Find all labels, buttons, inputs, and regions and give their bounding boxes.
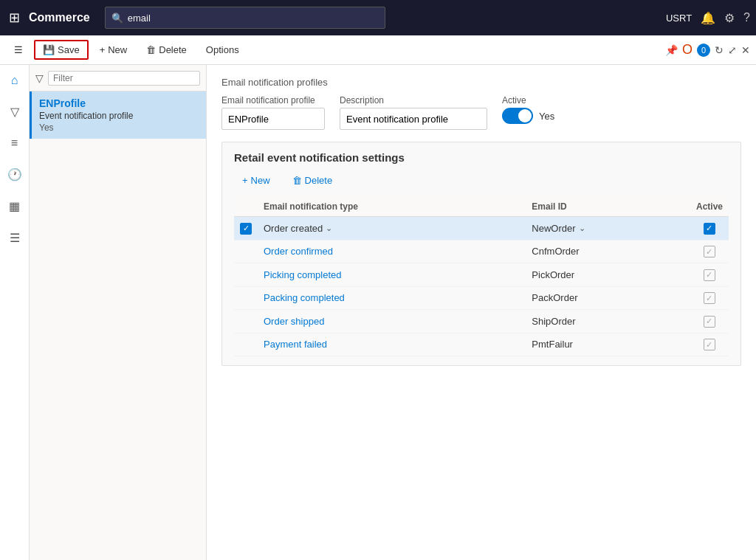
row-type[interactable]: Picking completed bbox=[258, 263, 526, 287]
row-email-id[interactable]: NewOrder⌄ bbox=[526, 217, 690, 241]
save-button[interactable]: 💾 Save bbox=[34, 40, 89, 60]
col-type: Email notification type bbox=[258, 197, 526, 217]
table-row[interactable]: Order confirmedCnfmOrder✓ bbox=[234, 240, 729, 263]
sub-delete-button[interactable]: 🗑 Delete bbox=[284, 171, 341, 190]
row-type[interactable]: Order created⌄ bbox=[258, 217, 526, 241]
section-title: Email notification profiles bbox=[221, 77, 741, 88]
description-input[interactable] bbox=[340, 108, 487, 130]
active-yes-label: Yes bbox=[539, 111, 554, 122]
row-email-id[interactable]: PickOrder bbox=[526, 263, 690, 287]
col-active: Active bbox=[690, 197, 729, 217]
row-email-value: NewOrder bbox=[532, 223, 575, 234]
profile-input[interactable] bbox=[221, 108, 325, 130]
checked-icon: ✓ bbox=[240, 223, 252, 235]
delete-label: Delete bbox=[159, 44, 187, 55]
sidebar-icons: ⌂ ▽ ≡ 🕐 ▦ ☰ bbox=[0, 65, 30, 560]
row-checkbox[interactable] bbox=[234, 240, 258, 263]
table-body: ✓Order created⌄NewOrder⌄✓Order confirmed… bbox=[234, 217, 729, 356]
refresh-icon[interactable]: ↻ bbox=[715, 44, 724, 56]
profile-label: Email notification profile bbox=[221, 95, 325, 106]
dropdown-arrow-icon: ⌄ bbox=[326, 224, 332, 233]
list-panel-toolbar: ▽ bbox=[30, 65, 206, 91]
close-icon[interactable]: ✕ bbox=[741, 44, 750, 56]
delete-toolbar-button[interactable]: 🗑 Delete bbox=[138, 41, 195, 59]
row-active[interactable]: ✓ bbox=[690, 240, 729, 263]
row-type[interactable]: Order shipped bbox=[258, 310, 526, 333]
row-email-id[interactable]: CnfmOrder bbox=[526, 240, 690, 263]
list-item-subtitle: Event notification profile bbox=[39, 111, 199, 121]
sub-new-label: New bbox=[251, 175, 270, 186]
row-type[interactable]: Payment failed bbox=[258, 333, 526, 356]
sub-new-plus-icon: + bbox=[242, 175, 248, 186]
sidebar-table-icon[interactable]: ▦ bbox=[6, 196, 23, 216]
top-nav-right: USRT 🔔 ⚙ ? bbox=[666, 11, 750, 25]
office-icon[interactable]: O bbox=[682, 42, 693, 58]
active-checked-icon: ✓ bbox=[704, 223, 715, 235]
row-checkbox[interactable]: ✓ bbox=[234, 217, 258, 241]
email-dropdown-arrow-icon: ⌄ bbox=[579, 224, 585, 233]
row-type[interactable]: Packing completed bbox=[258, 286, 526, 310]
global-search-box: 🔍 bbox=[105, 7, 385, 29]
user-label: USRT bbox=[666, 13, 692, 24]
row-type-link[interactable]: Order created bbox=[264, 223, 323, 234]
pin-icon[interactable]: 📌 bbox=[665, 44, 678, 56]
row-type[interactable]: Order confirmed bbox=[258, 240, 526, 263]
sidebar-list-icon[interactable]: ≡ bbox=[8, 134, 21, 153]
sub-delete-icon: 🗑 bbox=[292, 175, 302, 186]
active-field: Active Yes bbox=[502, 95, 554, 124]
row-active[interactable]: ✓ bbox=[690, 263, 729, 287]
table-row[interactable]: Order shippedShipOrder✓ bbox=[234, 310, 729, 333]
form-row: Email notification profile Description A… bbox=[221, 95, 741, 130]
popout-icon[interactable]: ⤢ bbox=[728, 44, 737, 56]
row-email-id[interactable]: PmtFailur bbox=[526, 333, 690, 356]
active-unchecked-icon: ✓ bbox=[704, 339, 715, 350]
save-label: Save bbox=[58, 44, 80, 55]
active-toggle[interactable] bbox=[502, 108, 533, 124]
sub-toolbar: + New 🗑 Delete bbox=[234, 171, 729, 190]
notification-badge[interactable]: 0 bbox=[697, 44, 710, 57]
bell-icon[interactable]: 🔔 bbox=[701, 11, 715, 25]
help-icon[interactable]: ? bbox=[743, 11, 750, 24]
row-checkbox[interactable] bbox=[234, 263, 258, 287]
filter-icon[interactable]: ▽ bbox=[35, 72, 44, 84]
detail-panel: Email notification profiles Email notifi… bbox=[207, 65, 756, 560]
row-email-id[interactable]: ShipOrder bbox=[526, 310, 690, 333]
row-checkbox[interactable] bbox=[234, 286, 258, 310]
list-item[interactable]: ENProfile Event notification profile Yes bbox=[30, 91, 206, 139]
app-grid-icon[interactable]: ⊞ bbox=[6, 7, 23, 29]
table-row[interactable]: Payment failedPmtFailur✓ bbox=[234, 333, 729, 356]
active-unchecked-icon: ✓ bbox=[704, 246, 715, 257]
sidebar-history-icon[interactable]: 🕐 bbox=[4, 165, 25, 184]
list-item-name: ENProfile bbox=[39, 97, 199, 109]
row-email-id[interactable]: PackOrder bbox=[526, 286, 690, 310]
sidebar-menu-icon[interactable]: ☰ bbox=[7, 228, 23, 248]
sidebar-home-icon[interactable]: ⌂ bbox=[8, 71, 21, 90]
search-input[interactable] bbox=[128, 13, 379, 24]
hamburger-button[interactable]: ☰ bbox=[6, 41, 31, 59]
main-layout: ⌂ ▽ ≡ 🕐 ▦ ☰ ▽ ENProfile Event notificati… bbox=[0, 65, 756, 560]
row-active[interactable]: ✓ bbox=[690, 217, 729, 241]
list-panel: ▽ ENProfile Event notification profile Y… bbox=[30, 65, 207, 560]
row-checkbox[interactable] bbox=[234, 333, 258, 356]
new-toolbar-button[interactable]: + New bbox=[92, 41, 136, 59]
row-checkbox[interactable] bbox=[234, 310, 258, 333]
filter-input[interactable] bbox=[53, 73, 195, 83]
row-active[interactable]: ✓ bbox=[690, 333, 729, 356]
col-check bbox=[234, 197, 258, 217]
table-head: Email notification type Email ID Active bbox=[234, 197, 729, 217]
sub-new-button[interactable]: + New bbox=[234, 171, 278, 190]
filter-input-wrap bbox=[48, 71, 200, 86]
table-row[interactable]: Packing completedPackOrder✓ bbox=[234, 286, 729, 310]
sub-section: Retail event notification settings + New… bbox=[221, 142, 741, 366]
table-row[interactable]: ✓Order created⌄NewOrder⌄✓ bbox=[234, 217, 729, 241]
row-active[interactable]: ✓ bbox=[690, 310, 729, 333]
sidebar-filter-icon[interactable]: ▽ bbox=[7, 102, 22, 122]
row-active[interactable]: ✓ bbox=[690, 286, 729, 310]
list-item-status: Yes bbox=[39, 122, 199, 133]
toolbar-right-actions: 📌 O 0 ↻ ⤢ ✕ bbox=[665, 42, 750, 58]
gear-icon[interactable]: ⚙ bbox=[724, 11, 735, 25]
table-row[interactable]: Picking completedPickOrder✓ bbox=[234, 263, 729, 287]
options-label: Options bbox=[206, 44, 239, 55]
profile-field: Email notification profile bbox=[221, 95, 325, 130]
options-toolbar-button[interactable]: Options bbox=[198, 41, 247, 59]
